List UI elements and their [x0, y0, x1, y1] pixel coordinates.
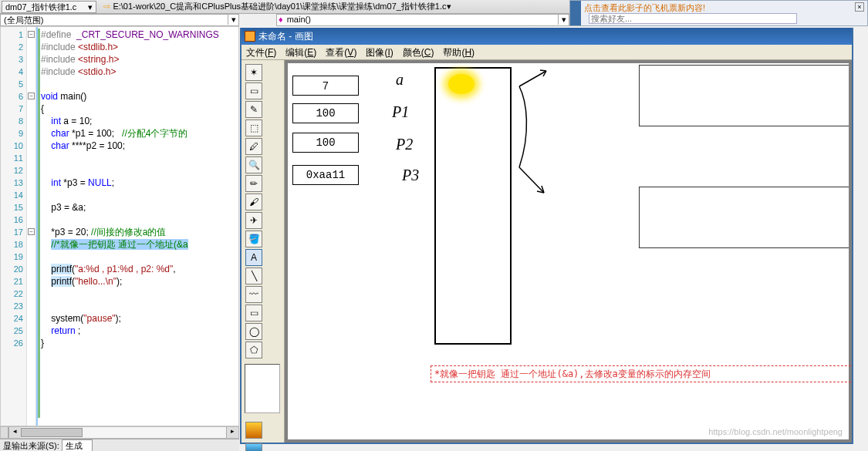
red-annotation: *就像一把钥匙 通过一个地址(&a),去修改a变量的标示的内存空间	[431, 365, 852, 382]
scroll-left-icon[interactable]: ◂	[8, 427, 21, 438]
friend-search-input[interactable]	[589, 13, 797, 24]
menu-i[interactable]: 图像(I)	[361, 45, 397, 59]
paint-tool-15[interactable]: ⬠	[245, 342, 262, 358]
mem-cell-p1: 100	[292, 103, 359, 123]
paint-tool-0[interactable]: ✶	[245, 64, 262, 81]
memory-column	[434, 67, 512, 345]
mem-cell-p3: 0xaa11	[292, 165, 359, 185]
paint-tool-2[interactable]: ✎	[245, 101, 262, 118]
scroll-splitter[interactable]	[1, 427, 8, 438]
fold-toggle[interactable]: −	[28, 228, 35, 235]
fold-toggle[interactable]: −	[28, 31, 35, 38]
paint-tool-13[interactable]: ▭	[245, 305, 262, 321]
side-panel: 点击查看此影子的飞机票新内容! ×	[569, 0, 868, 26]
function-name: main()	[287, 15, 311, 24]
side-tab[interactable]	[570, 1, 581, 25]
paint-menubar[interactable]: 文件(F)编辑(E)查看(V)图像(I)颜色(C)帮助(H)	[241, 45, 852, 60]
close-notification-icon[interactable]: ×	[855, 2, 864, 12]
mem-cell-a-value: 7	[323, 79, 329, 92]
tool-options-box[interactable]	[245, 364, 280, 413]
code-area[interactable]: #define _CRT_SECURE_NO_WARNINGS#include …	[41, 27, 238, 426]
horizontal-scrollbar[interactable]: ◂ ▸	[0, 426, 239, 439]
paint-tool-7[interactable]: 🖌	[245, 194, 262, 210]
scroll-thumb[interactable]	[21, 428, 83, 437]
scope-label: (全局范围)	[4, 15, 43, 25]
hw-label-p1: P1	[392, 103, 409, 121]
mem-cell-a: 7	[292, 76, 359, 96]
scroll-right-icon[interactable]: ▸	[226, 427, 238, 438]
paint-titlebar[interactable]: 未命名 - 画图	[241, 28, 852, 45]
scope-dropdown-icon[interactable]: ▾	[228, 15, 238, 25]
status-bar: 显输出来源(S): 生成	[0, 439, 239, 451]
extra-tool-1[interactable]	[245, 422, 262, 439]
hw-label-p3: P3	[402, 167, 419, 184]
paint-app-icon	[245, 31, 255, 42]
fold-toggle[interactable]: −	[28, 93, 35, 99]
hw-label-p2: P2	[396, 136, 413, 153]
function-dropdown-icon[interactable]: ▾	[558, 15, 569, 25]
watermark-text: https://blog.csdn.net/moonlightpeng	[708, 427, 843, 436]
path-dropdown-icon[interactable]: ▾	[447, 2, 451, 12]
paint-window: 未命名 - 画图 文件(F)编辑(E)查看(V)图像(I)颜色(C)帮助(H) …	[240, 28, 853, 444]
paint-tool-11[interactable]: ╲	[245, 268, 262, 284]
paint-tool-4[interactable]: 🖊	[245, 138, 262, 155]
side-box-2	[639, 187, 849, 248]
highlight-spot	[448, 74, 475, 94]
tab-dropdown-icon[interactable]: ▾	[88, 2, 93, 12]
file-path-text: E:\01-work\20_C提高和CPlusPlus基础进阶\day01\课堂…	[113, 1, 446, 12]
menu-h[interactable]: 帮助(H)	[438, 45, 479, 59]
menu-v[interactable]: 查看(V)	[321, 45, 361, 59]
paint-tool-8[interactable]: ✈	[245, 212, 262, 229]
status-left: 显输出来源(S):	[3, 441, 59, 450]
mem-cell-p2: 100	[292, 133, 359, 153]
side-box-1	[639, 65, 849, 126]
function-combo[interactable]: ♦ main() ▾	[276, 14, 569, 26]
menu-f[interactable]: 文件(F)	[241, 45, 281, 59]
scope-combo[interactable]: (全局范围) ▾	[0, 14, 239, 26]
paint-tool-14[interactable]: ◯	[245, 323, 262, 340]
change-bar	[38, 29, 40, 418]
paint-title-text: 未命名 - 画图	[258, 30, 313, 43]
paint-tool-5[interactable]: 🔍	[245, 157, 262, 173]
paint-tool-6[interactable]: ✏	[245, 175, 262, 192]
menu-c[interactable]: 颜色(C)	[398, 45, 439, 59]
menu-e[interactable]: 编辑(E)	[281, 45, 321, 59]
function-glyph-icon: ♦	[279, 15, 283, 24]
fold-column[interactable]: −−−	[27, 27, 36, 426]
extra-tool-2[interactable]	[245, 443, 262, 451]
paint-tool-1[interactable]: ▭	[245, 82, 262, 99]
editor-tab-label: dm07_指针铁律1.c	[5, 2, 76, 12]
paint-tool-12[interactable]: 〰	[245, 286, 262, 303]
paint-tool-3[interactable]: ⬚	[245, 119, 262, 136]
code-editor[interactable]: 1234567891011121314151617181920212223242…	[0, 26, 239, 426]
output-source-combo[interactable]: 生成	[62, 439, 93, 451]
paint-toolbox[interactable]: ✶▭✎⬚🖊🔍✏🖌✈🪣A╲〰▭◯⬠	[241, 60, 285, 443]
editor-tab[interactable]: dm07_指针铁律1.c ▾	[2, 1, 96, 13]
paint-tool-9[interactable]: 🪣	[245, 231, 262, 247]
paint-tool-10[interactable]: A	[245, 249, 262, 266]
nav-arrow-icon[interactable]: ⇨	[103, 2, 110, 12]
line-number-gutter: 1234567891011121314151617181920212223242…	[1, 27, 27, 426]
paint-canvas-wrap: 7 100 100 0xaa11 a P1 P2 P3 *就像一把钥匙 通过一个…	[285, 60, 852, 443]
scroll-track[interactable]	[21, 427, 226, 438]
hw-label-a: a	[396, 71, 404, 89]
paint-canvas[interactable]: 7 100 100 0xaa11 a P1 P2 P3 *就像一把钥匙 通过一个…	[288, 63, 849, 439]
output-source-value: 生成	[66, 441, 83, 450]
notification-text[interactable]: 点击查看此影子的飞机票新内容!	[584, 2, 705, 14]
